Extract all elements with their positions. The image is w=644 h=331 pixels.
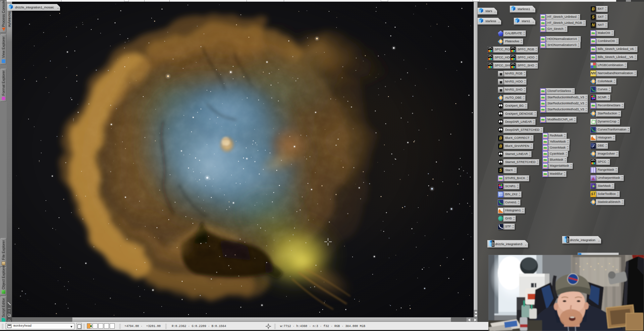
svg-text:XISF: XISF [492, 241, 494, 246]
svg-text:XISF: XISF [567, 237, 569, 242]
